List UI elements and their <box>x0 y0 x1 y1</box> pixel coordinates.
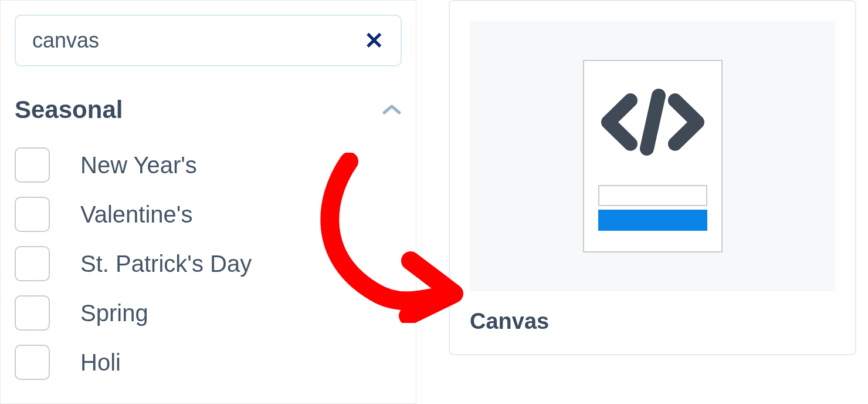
checkbox-box[interactable] <box>15 345 50 380</box>
checkbox-item-valentines[interactable]: Valentine's <box>15 197 402 232</box>
checkbox-item-spring[interactable]: Spring <box>15 295 402 331</box>
code-icon <box>598 87 708 157</box>
svg-line-0 <box>647 96 659 149</box>
checkbox-label: Valentine's <box>80 201 192 228</box>
preview-thumbnail <box>583 60 723 253</box>
checkbox-box[interactable] <box>15 246 50 281</box>
preview-button-line <box>598 210 707 231</box>
checkbox-item-new-years[interactable]: New Year's <box>15 147 402 183</box>
checkbox-label: St. Patrick's Day <box>80 251 252 277</box>
search-input[interactable] <box>15 15 402 66</box>
checkbox-item-st-patricks[interactable]: St. Patrick's Day <box>15 246 402 281</box>
filter-panel: ✕ Seasonal New Year's Valentine's St. Pa… <box>0 0 416 404</box>
search-wrapper: ✕ <box>15 15 402 66</box>
chevron-up-icon[interactable] <box>382 100 402 119</box>
preview-area <box>470 21 835 291</box>
section-header[interactable]: Seasonal <box>15 96 402 124</box>
clear-icon[interactable]: ✕ <box>364 29 384 52</box>
checkbox-item-holi[interactable]: Holi <box>15 345 402 380</box>
preview-input-line <box>598 185 707 206</box>
result-card[interactable]: Canvas <box>449 0 856 355</box>
result-title: Canvas <box>470 309 835 334</box>
checkbox-box[interactable] <box>15 197 50 232</box>
checkbox-box[interactable] <box>15 147 50 183</box>
checkbox-label: Spring <box>80 300 148 326</box>
checkbox-list: New Year's Valentine's St. Patrick's Day… <box>15 147 402 380</box>
section-title: Seasonal <box>15 96 123 124</box>
checkbox-box[interactable] <box>15 295 50 331</box>
checkbox-label: Holi <box>80 349 121 376</box>
checkbox-label: New Year's <box>80 152 197 179</box>
